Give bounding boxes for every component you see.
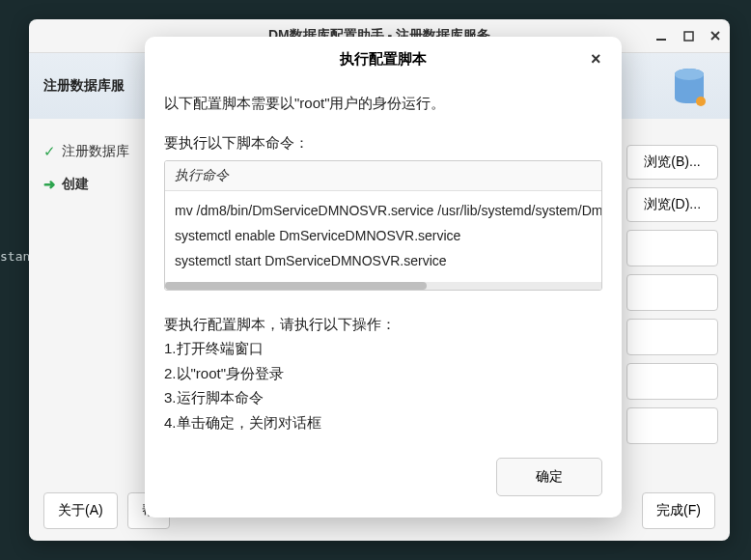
check-icon: ✓ <box>43 143 56 160</box>
input-field[interactable] <box>626 407 718 444</box>
instructions-label: 要执行配置脚本，请执行以下操作： <box>164 312 602 337</box>
step-create: ➜ 创建 <box>43 168 150 201</box>
browse-d-button[interactable]: 浏览(D)... <box>626 187 718 222</box>
input-field[interactable] <box>626 230 718 266</box>
svg-point-6 <box>696 97 706 106</box>
script-line: systemctl enable DmServiceDMNOSVR.servic… <box>175 224 592 249</box>
script-line: mv /dm8/bin/DmServiceDMNOSVR.service /us… <box>175 199 592 224</box>
instruction-step: 3.运行脚本命令 <box>164 385 602 410</box>
dialog-body: 以下配置脚本需要以"root"用户的身份运行。 要执行以下脚本命令： 执行命令 … <box>145 82 622 518</box>
execute-script-dialog: 执行配置脚本 × 以下配置脚本需要以"root"用户的身份运行。 要执行以下脚本… <box>145 37 622 518</box>
dialog-title: 执行配置脚本 <box>340 50 427 69</box>
right-panel: 浏览(B)... 浏览(D)... <box>626 145 718 444</box>
about-button[interactable]: 关于(A) <box>43 492 118 529</box>
instructions: 要执行配置脚本，请执行以下操作： 1.打开终端窗口 2.以"root"身份登录 … <box>164 312 602 435</box>
terminal-background <box>0 0 751 19</box>
terminal-text: stan <box>0 249 30 264</box>
script-header: 执行命令 <box>165 161 601 191</box>
scrollbar-thumb[interactable] <box>165 282 427 290</box>
script-box: 执行命令 mv /dm8/bin/DmServiceDMNOSVR.servic… <box>164 160 602 291</box>
instruction-step: 1.打开终端窗口 <box>164 336 602 361</box>
instruction-step: 2.以"root"身份登录 <box>164 361 602 386</box>
finish-button[interactable]: 完成(F) <box>642 492 715 529</box>
script-line: systemctl start DmServiceDMNOSVR.service <box>175 249 592 274</box>
step-label: 注册数据库 <box>62 143 129 160</box>
dialog-footer: 确定 <box>164 458 602 496</box>
ok-button[interactable]: 确定 <box>496 458 602 496</box>
close-icon[interactable]: × <box>591 50 608 68</box>
horizontal-scrollbar[interactable] <box>165 282 601 290</box>
svg-rect-1 <box>684 32 693 41</box>
wizard-steps: ✓ 注册数据库 ➜ 创建 <box>43 135 150 201</box>
input-field[interactable] <box>626 363 718 400</box>
dialog-header: 执行配置脚本 × <box>145 37 622 82</box>
input-field[interactable] <box>626 274 718 311</box>
banner-title: 注册数据库服 <box>43 77 125 93</box>
intro-text: 以下配置脚本需要以"root"用户的身份运行。 <box>164 92 602 115</box>
maximize-button[interactable] <box>681 29 695 42</box>
script-content[interactable]: mv /dm8/bin/DmServiceDMNOSVR.service /us… <box>165 191 601 282</box>
minimize-button[interactable] <box>654 29 668 42</box>
database-icon <box>653 65 710 111</box>
instruction-step: 4.单击确定，关闭对话框 <box>164 410 602 435</box>
svg-point-5 <box>675 69 704 80</box>
browse-b-button[interactable]: 浏览(B)... <box>626 145 718 180</box>
input-field[interactable] <box>626 319 718 355</box>
arrow-right-icon: ➜ <box>43 176 56 193</box>
step-label: 创建 <box>62 176 89 193</box>
step-register: ✓ 注册数据库 <box>43 135 150 168</box>
script-label: 要执行以下脚本命令： <box>164 134 602 153</box>
window-controls <box>654 19 722 52</box>
close-button[interactable] <box>709 29 722 42</box>
